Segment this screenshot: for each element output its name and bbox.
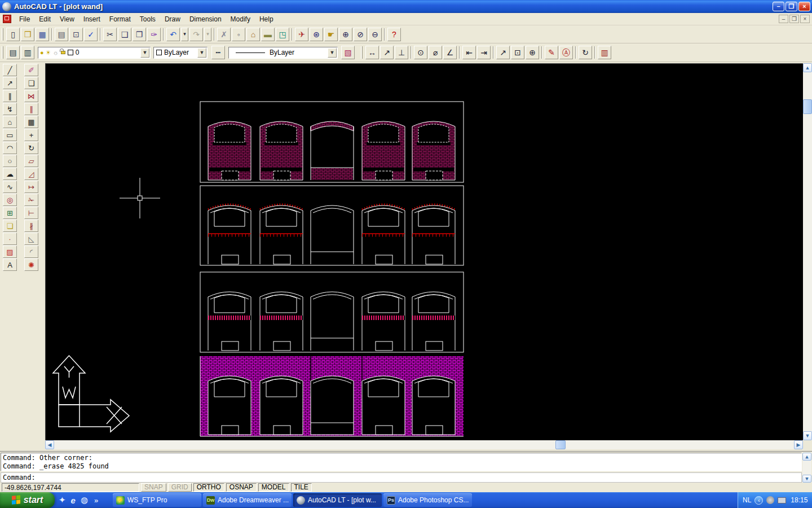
linetype-manager-icon[interactable]: ┅ xyxy=(211,46,225,59)
status-toggle-ortho[interactable]: ORTHO xyxy=(193,483,224,492)
menu-format[interactable]: Format xyxy=(105,14,135,25)
taskbar-task-dw[interactable]: DwAdobe Dreamweaver ... xyxy=(203,493,292,507)
layer-previous-icon[interactable]: ▥ xyxy=(21,46,34,59)
trim-tool-icon[interactable]: ✁ xyxy=(24,194,38,206)
dim-radius-icon[interactable]: ⊙ xyxy=(414,46,427,59)
hide-tray-icons-icon[interactable]: ‹ xyxy=(754,496,763,505)
color-combo-dropdown-icon[interactable]: ▼ xyxy=(197,48,206,58)
tracking-icon[interactable]: ✗ xyxy=(217,28,231,41)
point-tool-icon[interactable]: ∙ xyxy=(3,233,17,245)
hatch-tool-icon[interactable]: ▨ xyxy=(3,246,17,258)
multiline-tool-icon[interactable]: ∥ xyxy=(3,90,17,102)
command-scrollbar[interactable]: ▲ ▼ xyxy=(802,453,811,483)
lengthen-tool-icon[interactable]: ↦ xyxy=(24,181,38,193)
open-file-icon[interactable]: ❒ xyxy=(21,28,34,41)
taskbar-task-ps[interactable]: PsAdobe Photoshop CS... xyxy=(383,493,472,507)
command-scroll-up-icon[interactable]: ▲ xyxy=(802,453,811,461)
toolbar-grip[interactable] xyxy=(2,46,3,59)
arc-tool-icon[interactable]: ◠ xyxy=(3,142,17,154)
menu-edit[interactable]: Edit xyxy=(34,14,55,25)
paste-icon[interactable]: ❐ xyxy=(133,28,146,41)
dim-center-mark-icon[interactable]: ⊕ xyxy=(526,46,539,59)
menu-insert[interactable]: Insert xyxy=(79,14,105,25)
linetype-combo[interactable]: ByLayer ▼ xyxy=(228,47,338,59)
array-tool-icon[interactable]: ▦ xyxy=(24,116,38,128)
zoom-previous-icon[interactable]: ⊘ xyxy=(354,28,367,41)
status-toggle-osnap[interactable]: OSNAP xyxy=(226,483,257,492)
quick-launch-msn-icon[interactable]: ✦ xyxy=(59,495,66,505)
today-icon[interactable]: ◳ xyxy=(276,28,289,41)
chamfer-tool-icon[interactable]: ◺ xyxy=(24,233,38,245)
command-scroll-down-icon[interactable]: ▼ xyxy=(802,475,811,483)
toolbar-grip[interactable] xyxy=(2,28,3,41)
network-tray-icon[interactable] xyxy=(778,497,786,503)
dim-diameter-icon[interactable]: ⌀ xyxy=(429,46,442,59)
layer-combo-dropdown-icon[interactable]: ▼ xyxy=(140,48,149,58)
undo-dropdown-icon[interactable]: ▾ xyxy=(181,28,188,41)
cut-icon[interactable]: ✂ xyxy=(103,28,117,41)
save-icon[interactable]: ▦ xyxy=(36,28,49,41)
dim-aligned-icon[interactable]: ↗ xyxy=(380,46,394,59)
status-toggle-model[interactable]: MODEL xyxy=(258,483,289,492)
rotate-tool-icon[interactable]: ↻ xyxy=(24,142,38,154)
dim-linear-icon[interactable]: ↔ xyxy=(365,46,379,59)
dim-update-icon[interactable]: ↻ xyxy=(579,46,592,59)
rectangle-tool-icon[interactable]: ▭ xyxy=(3,129,17,141)
help-icon[interactable]: ? xyxy=(387,28,401,41)
spline-tool-icon[interactable]: ∿ xyxy=(3,181,17,193)
restore-button[interactable]: ❐ xyxy=(785,2,797,11)
new-file-icon[interactable]: ▯ xyxy=(6,28,20,41)
ellipse-tool-icon[interactable]: ◎ xyxy=(3,194,17,206)
vertical-scrollbar[interactable]: ▲ ▼ xyxy=(803,63,812,440)
line-tool-icon[interactable]: ╱ xyxy=(3,64,17,76)
scroll-up-icon[interactable]: ▲ xyxy=(803,63,812,72)
status-toggle-grid[interactable]: GRID xyxy=(168,483,192,492)
dim-style-icon[interactable]: ▥ xyxy=(598,46,611,59)
properties-window-icon[interactable]: ▧ xyxy=(341,46,355,59)
polyline-tool-icon[interactable]: ↯ xyxy=(3,103,17,115)
quick-launch-overflow-chevron-icon[interactable]: » xyxy=(94,496,98,505)
etransmit-icon[interactable]: ⌂ xyxy=(246,28,260,41)
offset-tool-icon[interactable]: ∥ xyxy=(24,103,38,115)
mdi-minimize-button[interactable]: – xyxy=(779,15,788,23)
explode-tool-icon[interactable]: ✺ xyxy=(24,259,38,271)
menu-modify[interactable]: Modify xyxy=(226,14,255,25)
dim-angular-icon[interactable]: ∠ xyxy=(443,46,457,59)
move-tool-icon[interactable]: + xyxy=(24,129,38,141)
menu-help[interactable]: Help xyxy=(255,14,278,25)
command-history[interactable]: Command: Other corner:Command: _erase 48… xyxy=(1,453,802,471)
taskbar-task-wsftp[interactable]: ⚡WS_FTP Pro xyxy=(113,493,201,507)
erase-tool-icon[interactable]: ✐ xyxy=(24,64,38,76)
mirror-tool-icon[interactable]: ⋈ xyxy=(24,90,38,102)
break-tool-icon[interactable]: ∦ xyxy=(24,220,38,232)
command-prompt[interactable]: Command: xyxy=(1,472,802,483)
insert-block-tool-icon[interactable]: ⊞ xyxy=(3,207,17,219)
mdi-restore-button[interactable]: ❐ xyxy=(789,15,799,23)
dim-ordinate-icon[interactable]: ⊥ xyxy=(395,46,408,59)
stretch-tool-icon[interactable]: ▱ xyxy=(24,155,38,167)
language-indicator[interactable]: NL xyxy=(743,496,751,504)
menu-view[interactable]: View xyxy=(55,14,79,25)
status-toggle-tile[interactable]: TILE xyxy=(291,483,312,492)
dim-text-edit-icon[interactable]: Ⓐ xyxy=(559,46,573,59)
menu-file[interactable]: File xyxy=(15,14,34,25)
extend-tool-icon[interactable]: ⊢ xyxy=(24,207,38,219)
polygon-tool-icon[interactable]: ⌂ xyxy=(3,116,17,128)
scroll-down-icon[interactable]: ▼ xyxy=(803,431,812,440)
linetype-combo-dropdown-icon[interactable]: ▼ xyxy=(328,48,337,58)
dim-continue-icon[interactable]: ⇥ xyxy=(477,46,491,59)
layer-combo[interactable]: ● ☀ ☼ 0 ▼ xyxy=(38,47,151,59)
vertical-scroll-thumb[interactable] xyxy=(803,99,812,114)
print-icon[interactable]: ▤ xyxy=(55,28,68,41)
menu-tools[interactable]: Tools xyxy=(135,14,160,25)
undo-icon[interactable]: ↶ xyxy=(166,28,180,41)
start-button[interactable]: start xyxy=(0,492,55,508)
layers-manager-icon[interactable]: ▤ xyxy=(6,46,20,59)
spell-check-icon[interactable]: ✓ xyxy=(84,28,98,41)
text-tool-icon[interactable]: A xyxy=(3,259,17,271)
scroll-right-icon[interactable]: ▶ xyxy=(794,440,803,449)
horizontal-scroll-thumb[interactable] xyxy=(555,440,566,449)
scale-tool-icon[interactable]: ◿ xyxy=(24,168,38,180)
mdi-close-button[interactable]: × xyxy=(800,15,810,23)
horizontal-scrollbar[interactable]: ◀ ▶ xyxy=(45,440,803,449)
